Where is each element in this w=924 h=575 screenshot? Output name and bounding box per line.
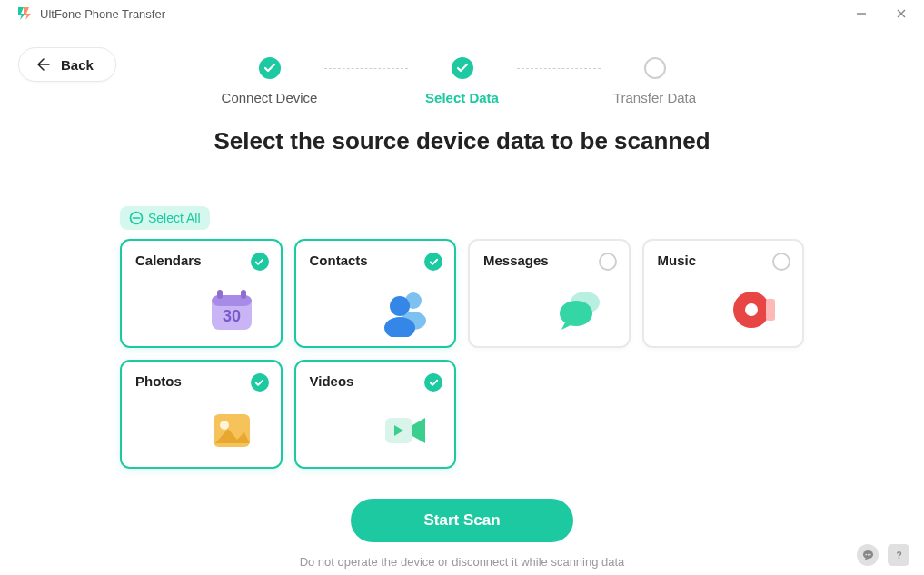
- app-title: UltFone Phone Transfer: [40, 7, 165, 21]
- card-check-off[interactable]: [599, 253, 617, 271]
- step-circle-pending: [644, 57, 666, 79]
- step-select-data: Select Data: [408, 57, 517, 105]
- check-icon: [429, 378, 439, 388]
- svg-point-15: [560, 301, 592, 326]
- card-videos[interactable]: Videos: [294, 360, 457, 469]
- category-grid: Calendars 30 Contacts Messages: [120, 239, 804, 469]
- messages-icon: [552, 283, 607, 337]
- back-button[interactable]: Back: [18, 47, 116, 82]
- svg-point-24: [867, 553, 869, 555]
- card-title: Photos: [135, 373, 267, 389]
- stepper: Connect Device Select Data Transfer Data: [0, 57, 924, 105]
- svg-point-23: [865, 553, 867, 555]
- chat-icon: [862, 550, 874, 561]
- arrow-left-icon: [35, 56, 52, 73]
- check-icon: [456, 62, 469, 74]
- card-title: Music: [658, 253, 790, 268]
- card-check-on[interactable]: [424, 373, 442, 392]
- check-icon: [254, 257, 264, 267]
- svg-rect-7: [217, 290, 223, 299]
- photos-icon: [204, 403, 259, 458]
- check-icon: [429, 257, 439, 267]
- card-check-on[interactable]: [251, 373, 269, 392]
- step-connector: [324, 68, 408, 69]
- step-label: Select Data: [425, 90, 499, 105]
- step-circle-done: [259, 57, 281, 79]
- step-connector: [517, 68, 601, 69]
- step-transfer-data: Transfer Data: [601, 57, 710, 105]
- svg-point-25: [869, 553, 870, 555]
- check-icon: [254, 378, 264, 388]
- action-area: Start Scan Do not operate the device or …: [0, 499, 924, 569]
- page-heading: Select the source device data to be scan…: [0, 127, 924, 155]
- select-all-label: Select All: [148, 211, 201, 225]
- svg-rect-18: [766, 299, 775, 321]
- content-area: Select All Calendars 30 Contacts Message…: [0, 206, 924, 469]
- card-contacts[interactable]: Contacts: [294, 239, 457, 348]
- music-icon: [726, 283, 780, 337]
- calendar-icon: 30: [204, 283, 259, 337]
- close-button[interactable]: [895, 7, 908, 20]
- step-label: Transfer Data: [613, 90, 696, 105]
- step-connect-device: Connect Device: [215, 57, 324, 105]
- card-check-off[interactable]: [772, 253, 790, 271]
- select-all-toggle[interactable]: Select All: [120, 206, 210, 230]
- svg-point-17: [745, 303, 758, 316]
- svg-text:30: 30: [222, 307, 240, 325]
- svg-rect-8: [241, 290, 246, 299]
- card-messages[interactable]: Messages: [468, 239, 631, 348]
- titlebar-left: UltFone Phone Transfer: [16, 6, 165, 21]
- svg-point-12: [390, 296, 410, 316]
- card-title: Videos: [310, 373, 442, 389]
- card-check-on[interactable]: [251, 253, 269, 271]
- back-button-label: Back: [61, 57, 94, 73]
- card-title: Messages: [483, 253, 615, 268]
- card-calendars[interactable]: Calendars 30: [120, 239, 283, 348]
- card-photos[interactable]: Photos: [120, 360, 283, 469]
- help-button[interactable]: ?: [888, 544, 909, 566]
- footer-icons: ?: [857, 544, 909, 566]
- titlebar: UltFone Phone Transfer: [0, 0, 924, 27]
- svg-text:?: ?: [896, 550, 901, 560]
- card-title: Calendars: [135, 253, 267, 268]
- contacts-icon: [378, 283, 432, 337]
- svg-point-20: [220, 421, 229, 430]
- check-icon: [263, 62, 276, 74]
- question-icon: ?: [893, 550, 905, 561]
- window-controls: [855, 7, 908, 20]
- card-title: Contacts: [310, 253, 442, 268]
- scan-hint: Do not operate the device or disconnect …: [0, 555, 924, 569]
- card-check-on[interactable]: [424, 253, 442, 271]
- step-circle-active: [452, 57, 473, 79]
- feedback-button[interactable]: [857, 544, 879, 566]
- start-scan-button[interactable]: Start Scan: [351, 499, 572, 542]
- app-logo-icon: [16, 6, 31, 21]
- deselect-icon: [129, 211, 144, 225]
- step-label: Connect Device: [222, 90, 318, 105]
- card-music[interactable]: Music: [642, 239, 805, 348]
- minimize-button[interactable]: [855, 7, 868, 20]
- videos-icon: [378, 403, 432, 458]
